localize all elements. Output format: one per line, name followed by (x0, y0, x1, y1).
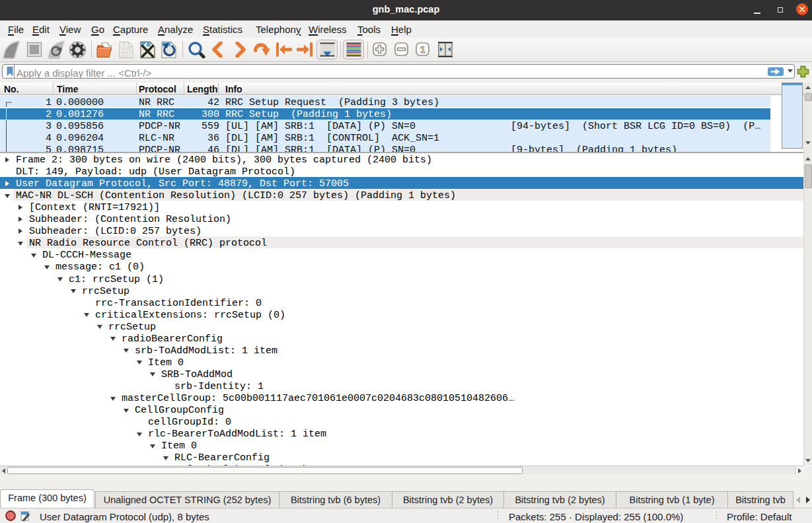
svg-text:1: 1 (420, 44, 425, 55)
svg-text:0011: 0011 (122, 55, 132, 59)
